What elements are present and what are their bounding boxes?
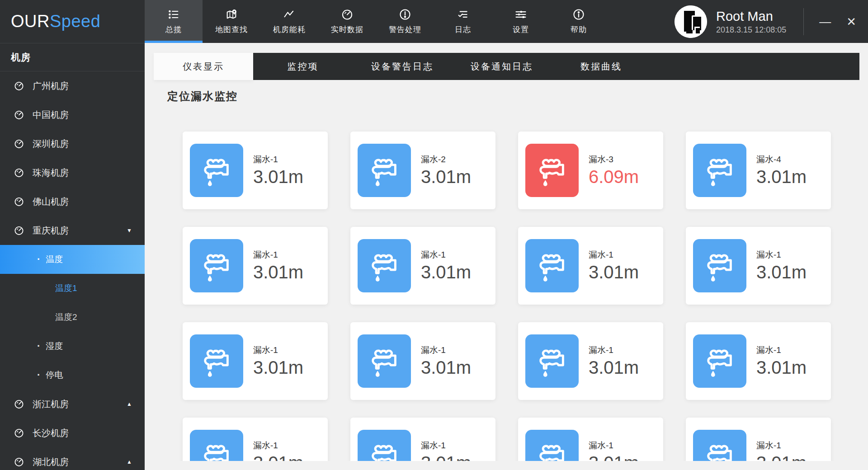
leak-sensor-card-9[interactable]: 漏水-13.01m	[183, 322, 328, 400]
tab-item-2[interactable]: 设备警告日志	[353, 53, 452, 80]
main-content: 漏水-13.01m漏水-23.01m漏水-36.09m漏水-43.01m漏水-1…	[145, 43, 868, 470]
leak-sensor-card-3[interactable]: 漏水-36.09m	[518, 132, 663, 209]
leak-sensor-card-4[interactable]: 漏水-43.01m	[686, 132, 831, 209]
faucet-icon	[358, 239, 411, 292]
sidebar-item-5[interactable]: 佛山机房	[0, 187, 145, 216]
user-name: Root Man	[716, 9, 786, 24]
tab-item-3[interactable]: 设备通知日志	[452, 53, 552, 80]
sensor-value: 6.09m	[589, 167, 639, 187]
card-texts: 漏水-13.01m	[421, 249, 471, 282]
nav-item-8[interactable]: 帮助	[550, 0, 608, 43]
sidebar-item-14[interactable]: 湖北机房▲	[0, 447, 145, 470]
caret-up-icon[interactable]: ▲	[127, 401, 132, 407]
card-texts: 漏水-13.01m	[253, 344, 303, 378]
sensor-value: 3.01m	[421, 262, 471, 282]
user-avatar[interactable]	[675, 5, 707, 38]
sidebar-item-label: 长沙机房	[33, 427, 69, 439]
nav-item-1[interactable]: 总揽	[145, 0, 203, 43]
nav-item-label: 警告处理	[389, 24, 421, 35]
gauge-icon	[14, 456, 24, 467]
sensor-label: 漏水-1	[421, 440, 471, 451]
nav-item-2[interactable]: 地图查找	[203, 0, 260, 43]
minimize-button[interactable]: —	[819, 16, 831, 28]
sensor-value: 3.01m	[421, 357, 471, 378]
sensor-label: 漏水-1	[253, 440, 303, 451]
tab-item-1[interactable]: 监控项	[253, 53, 353, 80]
caret-up-icon[interactable]: ▲	[127, 459, 132, 465]
leak-sensor-card-14[interactable]: 漏水-13.01m	[350, 418, 495, 461]
sidebar-item-label: 浙江机房	[33, 398, 69, 410]
top-bar: OURSpeed 总揽地图查找机房能耗实时数据警告处理日志设置帮助 Root M…	[0, 0, 868, 43]
card-texts: 漏水-13.01m	[253, 249, 303, 282]
caret-down-icon[interactable]: ▼	[127, 227, 132, 234]
sidebar-item-11[interactable]: 停电	[0, 361, 145, 390]
sensor-value: 3.01m	[756, 357, 807, 378]
faucet-icon	[190, 239, 243, 292]
sidebar-items: 广州机房中国机房深圳机房珠海机房佛山机房重庆机房▼温度温度1温度2湿度停电浙江机…	[0, 71, 145, 470]
card-texts: 漏水-36.09m	[589, 154, 639, 187]
sidebar-item-10[interactable]: 湿度	[0, 332, 145, 361]
sidebar-item-1[interactable]: 广州机房	[0, 71, 145, 100]
card-texts: 漏水-13.01m	[421, 344, 471, 378]
sidebar-item-label: 温度	[46, 254, 63, 265]
sidebar-item-6[interactable]: 重庆机房▼	[0, 216, 145, 245]
map-search-icon	[225, 8, 238, 21]
gauge-icon	[14, 138, 24, 149]
sidebar-item-4[interactable]: 珠海机房	[0, 158, 145, 187]
leak-sensor-card-6[interactable]: 漏水-13.01m	[350, 227, 495, 305]
faucet-icon	[190, 430, 243, 461]
leak-sensor-card-1[interactable]: 漏水-13.01m	[183, 132, 328, 209]
card-texts: 漏水-13.01m	[421, 440, 471, 461]
nav-item-7[interactable]: 设置	[492, 0, 550, 43]
leak-sensor-card-12[interactable]: 漏水-13.01m	[686, 322, 831, 400]
gauge-icon	[14, 80, 24, 91]
sidebar-item-12[interactable]: 浙江机房▲	[0, 390, 145, 418]
leak-sensor-card-2[interactable]: 漏水-23.01m	[350, 132, 495, 209]
leak-sensor-card-7[interactable]: 漏水-13.01m	[518, 227, 663, 305]
sensor-label: 漏水-1	[421, 344, 471, 356]
sensor-value: 3.01m	[421, 453, 471, 461]
sidebar-item-label: 重庆机房	[33, 225, 69, 237]
gauge-icon	[14, 109, 24, 120]
logo-part-2: Speed	[50, 12, 100, 31]
sensor-value: 3.01m	[253, 357, 303, 378]
sensor-label: 漏水-1	[253, 249, 303, 261]
sidebar-item-9[interactable]: 温度2	[0, 303, 145, 332]
leak-sensor-card-8[interactable]: 漏水-13.01m	[686, 227, 831, 305]
sensor-value: 3.01m	[253, 262, 303, 282]
gauge-icon	[341, 8, 354, 21]
cards-grid: 漏水-13.01m漏水-23.01m漏水-36.09m漏水-43.01m漏水-1…	[183, 132, 831, 461]
sidebar-item-8[interactable]: 温度1	[0, 274, 145, 303]
tab-item-4[interactable]: 数据曲线	[552, 53, 651, 80]
tab-gauge-display[interactable]: 仪表显示	[154, 53, 253, 80]
leak-sensor-card-16[interactable]: 漏水-13.01m	[686, 418, 831, 461]
tab-bar: 仪表显示 监控项设备警告日志设备通知日志数据曲线	[154, 53, 859, 80]
leak-sensor-card-11[interactable]: 漏水-13.01m	[518, 322, 663, 400]
cards-scroll-area[interactable]: 漏水-13.01m漏水-23.01m漏水-36.09m漏水-43.01m漏水-1…	[145, 43, 868, 461]
nav-item-label: 总揽	[165, 24, 182, 35]
sidebar-item-2[interactable]: 中国机房	[0, 100, 145, 129]
sidebar-item-13[interactable]: 长沙机房	[0, 418, 145, 447]
sensor-value: 3.01m	[589, 262, 639, 282]
nav-item-5[interactable]: 警告处理	[376, 0, 434, 43]
nav-item-6[interactable]: 日志	[434, 0, 492, 43]
card-texts: 漏水-13.01m	[589, 344, 639, 378]
sensor-value: 3.01m	[421, 167, 471, 187]
sidebar-item-label: 珠海机房	[33, 167, 69, 179]
close-button[interactable]: ✕	[846, 16, 856, 28]
card-texts: 漏水-13.01m	[589, 249, 639, 282]
sidebar-item-label: 停电	[46, 369, 63, 381]
leak-sensor-card-10[interactable]: 漏水-13.01m	[350, 322, 495, 400]
user-datetime: 2018.3.15 12:08:05	[716, 25, 786, 35]
sidebar-item-3[interactable]: 深圳机房	[0, 129, 145, 158]
section-title: 定位漏水监控	[167, 89, 238, 103]
card-texts: 漏水-23.01m	[421, 154, 471, 187]
nav-item-3[interactable]: 机房能耗	[260, 0, 318, 43]
sidebar-item-7[interactable]: 温度	[0, 245, 145, 274]
nav-item-4[interactable]: 实时数据	[318, 0, 376, 43]
sidebar-header: 机房	[0, 43, 145, 71]
leak-sensor-card-13[interactable]: 漏水-13.01m	[183, 418, 328, 461]
leak-sensor-card-15[interactable]: 漏水-13.01m	[518, 418, 663, 461]
leak-sensor-card-5[interactable]: 漏水-13.01m	[183, 227, 328, 305]
top-nav: 总揽地图查找机房能耗实时数据警告处理日志设置帮助	[145, 0, 608, 43]
